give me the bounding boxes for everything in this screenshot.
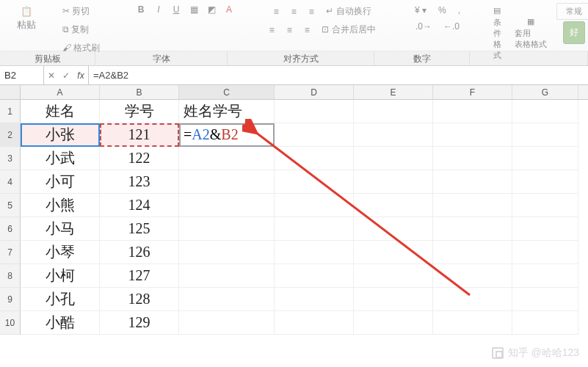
cell-B5[interactable]: 124 [100,194,179,217]
cell-C10[interactable] [179,311,275,335]
cell-D7[interactable] [275,241,354,264]
cell-G10[interactable] [512,311,578,335]
cell-C4[interactable] [179,170,275,194]
cell-A7[interactable]: 小琴 [21,241,100,264]
cell-F8[interactable] [433,264,512,288]
align-center-button[interactable]: ≡ [283,23,296,37]
cell-B4[interactable]: 123 [100,170,179,194]
italic-button[interactable]: I [152,3,165,16]
cut-button[interactable]: ✂ 剪切 [59,3,93,20]
cell-A9[interactable]: 小孔 [21,288,100,311]
cell-F6[interactable] [433,217,512,241]
cell-D4[interactable] [275,170,354,194]
cell-G8[interactable] [512,264,578,288]
decrease-decimal-button[interactable]: ←.0 [440,19,463,34]
accept-formula-button[interactable]: ✓ [59,70,73,81]
fill-color-button[interactable]: ◩ [205,3,218,16]
cell-F4[interactable] [433,170,512,194]
bold-button[interactable]: B [134,3,148,16]
cell-E9[interactable] [354,288,433,311]
cell-A1[interactable]: 姓名 [21,100,100,123]
align-top-button[interactable]: ≡ [269,5,283,18]
conditional-format-button[interactable]: ▤条件格式 [489,3,506,64]
cell-C9[interactable] [179,288,275,311]
cell-G2[interactable] [512,123,578,147]
format-painter-button[interactable]: 🖌 格式刷 [59,40,104,57]
cell-D3[interactable] [275,147,354,170]
style-good[interactable]: 好 [563,21,585,44]
cell-D9[interactable] [275,288,354,311]
cell-B9[interactable]: 128 [100,288,179,311]
increase-decimal-button[interactable]: .0→ [412,19,435,34]
cell-A4[interactable]: 小可 [21,170,100,194]
cell-E5[interactable] [354,194,433,217]
cell-F9[interactable] [433,288,512,311]
cell-F7[interactable] [433,241,512,264]
align-left-button[interactable]: ≡ [265,23,278,37]
cell-E10[interactable] [354,311,433,335]
cell-B1[interactable]: 学号 [100,100,179,123]
cell-D10[interactable] [275,311,354,335]
cell-G3[interactable] [512,147,578,170]
row-header[interactable]: 10 [0,311,21,335]
align-bottom-button[interactable]: ≡ [305,5,318,18]
cell-G7[interactable] [512,241,578,264]
fx-button[interactable]: fx [73,70,88,81]
cell-A2[interactable]: 小张 [21,123,100,147]
cell-F3[interactable] [433,147,512,170]
cell-F2[interactable] [433,123,512,147]
cell-E2[interactable] [354,123,433,147]
table-format-button[interactable]: ▦套用 表格格式 [510,14,551,53]
col-header-G[interactable]: G [512,85,578,99]
cell-D5[interactable] [275,194,354,217]
cell-C1[interactable]: 姓名学号 [179,100,275,123]
cell-G6[interactable] [512,217,578,241]
cell-F1[interactable] [433,100,512,123]
cell-B10[interactable]: 129 [100,311,179,335]
cancel-formula-button[interactable]: ✕ [44,70,59,81]
cell-E8[interactable] [354,264,433,288]
cell-G5[interactable] [512,194,578,217]
cell-A3[interactable]: 小武 [21,147,100,170]
row-header[interactable]: 4 [0,170,21,194]
cell-F10[interactable] [433,311,512,335]
cell-C5[interactable] [179,194,275,217]
col-header-F[interactable]: F [433,85,512,99]
wrap-text-button[interactable]: ↵ 自动换行 [322,3,374,20]
cell-C6[interactable] [179,217,275,241]
row-header[interactable]: 7 [0,241,21,264]
cell-E1[interactable] [354,100,433,123]
row-header[interactable]: 1 [0,100,21,123]
cell-A8[interactable]: 小柯 [21,264,100,288]
row-header[interactable]: 8 [0,264,21,288]
row-header[interactable]: 3 [0,147,21,170]
cell-G9[interactable] [512,288,578,311]
name-box[interactable]: B2 [0,66,44,84]
cell-D6[interactable] [275,217,354,241]
cell-D8[interactable] [275,264,354,288]
cell-G4[interactable] [512,170,578,194]
paste-button[interactable]: 📋粘贴 [12,3,40,34]
col-header-B[interactable]: B [100,85,179,99]
col-header-C[interactable]: C [179,85,275,99]
cell-C8[interactable] [179,264,275,288]
cell-C3[interactable] [179,147,275,170]
percent-button[interactable]: % [435,3,450,18]
cell-B3[interactable]: 122 [100,147,179,170]
row-header[interactable]: 2 [0,123,21,147]
row-header[interactable]: 9 [0,288,21,311]
align-middle-button[interactable]: ≡ [287,5,300,18]
cell-F5[interactable] [433,194,512,217]
col-header-D[interactable]: D [275,85,354,99]
cell-E6[interactable] [354,217,433,241]
cell-A5[interactable]: 小熊 [21,194,100,217]
currency-button[interactable]: ¥ ▾ [411,3,430,18]
cell-B2[interactable]: 121 [100,123,179,147]
copy-button[interactable]: ⧉ 复制 [59,21,92,38]
cell-C7[interactable] [179,241,275,264]
cell-E7[interactable] [354,241,433,264]
align-right-button[interactable]: ≡ [300,23,313,37]
cell-C2[interactable]: =A2&B2 [179,123,275,147]
cell-B6[interactable]: 125 [100,217,179,241]
border-button[interactable]: ▦ [187,3,200,16]
